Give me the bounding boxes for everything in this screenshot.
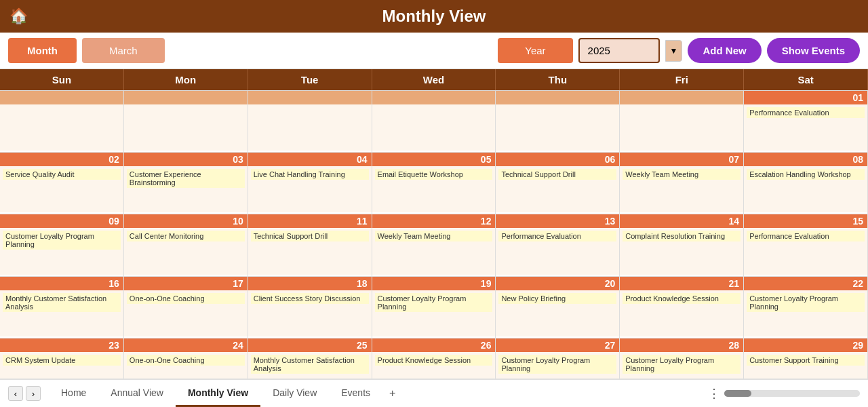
col-sat: Sat bbox=[744, 69, 868, 90]
cell-event: Email Etiquette Workshop bbox=[375, 169, 493, 180]
calendar-container: Sun Mon Tue Wed Thu Fri Sat 01Performanc… bbox=[0, 69, 868, 379]
month-button[interactable]: Month bbox=[8, 38, 77, 63]
scroll-thumb[interactable] bbox=[724, 390, 751, 397]
table-row[interactable]: 19Customer Loyalty Program Planning bbox=[372, 277, 496, 338]
table-row[interactable]: 06Technical Support Drill bbox=[496, 153, 620, 214]
tab-daily-view[interactable]: Daily View bbox=[260, 380, 329, 407]
cell-event: Live Chat Handling Training bbox=[251, 169, 369, 180]
add-new-button[interactable]: Add New bbox=[688, 38, 761, 63]
table-row[interactable]: 02Service Quality Audit bbox=[0, 153, 124, 214]
cell-event: New Policy Briefing bbox=[498, 293, 616, 304]
cell-date-number: 26 bbox=[372, 338, 496, 352]
cell-date-number: 17 bbox=[124, 277, 248, 290]
cell-date-number: 23 bbox=[0, 338, 123, 352]
march-button[interactable]: March bbox=[82, 38, 165, 63]
calendar-grid: 01Performance Evaluation02Service Qualit… bbox=[0, 90, 868, 379]
tabbar: ‹ › Home Annual View Monthly View Daily … bbox=[0, 379, 868, 407]
cell-date-number: 05 bbox=[372, 153, 496, 166]
cell-event: Customer Loyalty Program Planning bbox=[623, 355, 741, 374]
tab-monthly-view[interactable]: Monthly View bbox=[176, 380, 260, 407]
cell-date-number: 11 bbox=[248, 214, 372, 228]
table-row[interactable]: 04Live Chat Handling Training bbox=[248, 153, 372, 214]
show-events-button[interactable]: Show Events bbox=[767, 38, 860, 63]
tab-annual-view[interactable]: Annual View bbox=[98, 380, 176, 407]
year-input[interactable] bbox=[578, 38, 660, 63]
table-row[interactable]: 17One-on-One Coaching bbox=[124, 277, 248, 338]
cell-event: Product Knowledge Session bbox=[375, 355, 493, 366]
table-row[interactable]: 29Customer Support Training bbox=[744, 338, 868, 379]
table-row[interactable]: 03Customer Experience Brainstorming bbox=[124, 153, 248, 214]
table-row[interactable]: 08Escalation Handling Workshop bbox=[744, 153, 868, 214]
table-row[interactable]: 09Customer Loyalty Program Planning bbox=[0, 214, 124, 275]
cell-date-number: 14 bbox=[620, 214, 743, 228]
tab-home[interactable]: Home bbox=[49, 380, 98, 407]
table-row[interactable]: 14Complaint Resolution Training bbox=[620, 214, 744, 275]
cell-date-number: 21 bbox=[620, 277, 743, 290]
tab-events[interactable]: Events bbox=[329, 380, 382, 407]
cell-date-number: 04 bbox=[248, 153, 372, 166]
cell-event: Customer Loyalty Program Planning bbox=[747, 293, 865, 312]
table-row[interactable]: 26Product Knowledge Session bbox=[372, 338, 496, 379]
table-row[interactable]: 05Email Etiquette Workshop bbox=[372, 153, 496, 214]
table-row[interactable] bbox=[248, 91, 372, 152]
table-row[interactable]: 28Customer Loyalty Program Planning bbox=[620, 338, 744, 379]
home-icon[interactable]: 🏠 bbox=[9, 7, 28, 25]
table-row[interactable]: 20New Policy Briefing bbox=[496, 277, 620, 338]
calendar-week-4: 23CRM System Update24One-on-One Coaching… bbox=[0, 338, 868, 379]
table-row[interactable]: 11Technical Support Drill bbox=[248, 214, 372, 275]
add-tab-button[interactable]: + bbox=[382, 385, 402, 402]
table-row[interactable]: 22Customer Loyalty Program Planning bbox=[744, 277, 868, 338]
tabbar-more-icon[interactable]: ⋮ bbox=[708, 386, 720, 401]
table-row[interactable]: 07Weekly Team Meeting bbox=[620, 153, 744, 214]
table-row[interactable]: 01Performance Evaluation bbox=[744, 91, 868, 152]
col-fri: Fri bbox=[620, 69, 744, 90]
col-mon: Mon bbox=[124, 69, 248, 90]
table-row[interactable]: 10Call Center Monitoring bbox=[124, 214, 248, 275]
cell-event: Service Quality Audit bbox=[3, 169, 121, 180]
table-row[interactable]: 16Monthly Customer Satisfaction Analysis bbox=[0, 277, 124, 338]
year-dropdown-arrow[interactable]: ▼ bbox=[665, 40, 683, 62]
table-row[interactable] bbox=[372, 91, 496, 152]
tab-prev-button[interactable]: ‹ bbox=[8, 386, 23, 401]
app-header: 🏠 Monthly View bbox=[0, 0, 868, 33]
cell-date-number: 07 bbox=[620, 153, 743, 166]
cell-date-number: 12 bbox=[372, 214, 496, 228]
cell-date-number: 08 bbox=[744, 153, 867, 166]
cell-date-number: 01 bbox=[744, 91, 867, 104]
cell-event: One-on-One Coaching bbox=[127, 355, 245, 366]
table-row[interactable]: 13Performance Evaluation bbox=[496, 214, 620, 275]
cell-empty bbox=[496, 91, 619, 104]
table-row[interactable]: 25Monthly Customer Satisfaction Analysis bbox=[248, 338, 372, 379]
cell-empty bbox=[124, 91, 248, 104]
cell-date-number: 24 bbox=[124, 338, 248, 352]
cell-empty bbox=[0, 91, 123, 104]
cell-date-number: 13 bbox=[496, 214, 619, 228]
table-row[interactable] bbox=[0, 91, 124, 152]
scroll-track[interactable] bbox=[724, 390, 860, 397]
col-thu: Thu bbox=[496, 69, 620, 90]
table-row[interactable]: 27Customer Loyalty Program Planning bbox=[496, 338, 620, 379]
cell-event: Technical Support Drill bbox=[251, 231, 369, 241]
cell-event: Monthly Customer Satisfaction Analysis bbox=[3, 293, 121, 312]
table-row[interactable]: 23CRM System Update bbox=[0, 338, 124, 379]
table-row[interactable] bbox=[124, 91, 248, 152]
col-wed: Wed bbox=[372, 69, 496, 90]
cell-date-number: 02 bbox=[0, 153, 123, 166]
table-row[interactable]: 18Client Success Story Discussion bbox=[248, 277, 372, 338]
cell-event: Performance Evaluation bbox=[747, 231, 865, 241]
cell-date-number: 09 bbox=[0, 214, 123, 228]
cell-event: Call Center Monitoring bbox=[127, 231, 245, 241]
table-row[interactable]: 12Weekly Team Meeting bbox=[372, 214, 496, 275]
cell-event: Customer Loyalty Program Planning bbox=[375, 293, 493, 312]
table-row[interactable]: 21Product Knowledge Session bbox=[620, 277, 744, 338]
table-row[interactable] bbox=[496, 91, 620, 152]
cell-date-number: 28 bbox=[620, 338, 743, 352]
cell-event: Monthly Customer Satisfaction Analysis bbox=[251, 355, 369, 374]
tab-next-button[interactable]: › bbox=[26, 386, 41, 401]
table-row[interactable]: 24One-on-One Coaching bbox=[124, 338, 248, 379]
year-label: Year bbox=[498, 38, 572, 63]
cell-empty bbox=[248, 91, 372, 104]
table-row[interactable] bbox=[620, 91, 744, 152]
cell-date-number: 19 bbox=[372, 277, 496, 290]
table-row[interactable]: 15Performance Evaluation bbox=[744, 214, 868, 275]
